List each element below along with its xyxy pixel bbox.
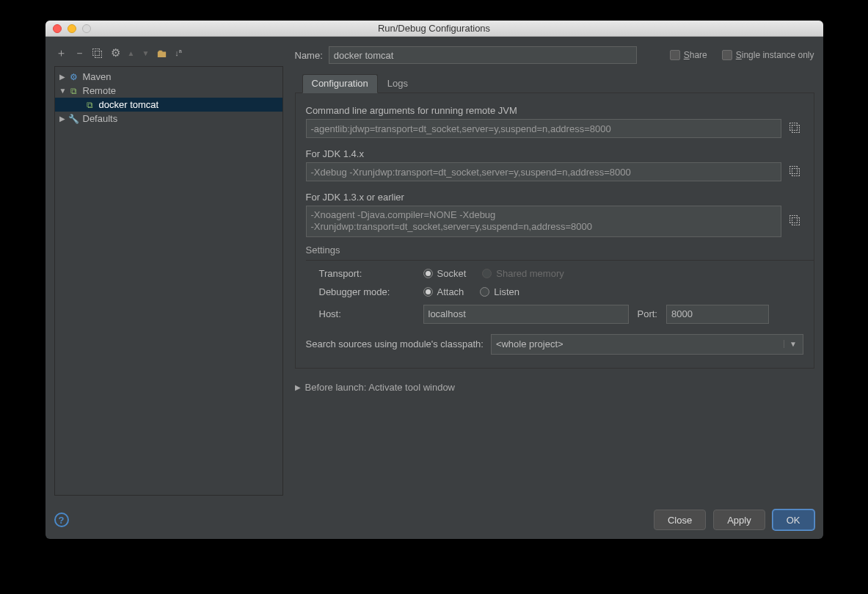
radio-icon — [423, 287, 433, 297]
radio-label: Listen — [494, 286, 519, 297]
debugger-mode-radios: Attach Listen — [423, 286, 803, 297]
move-down-button[interactable]: ▼ — [142, 49, 149, 57]
copy-config-button[interactable]: ⿻ — [92, 47, 103, 59]
port-label: Port: — [638, 308, 657, 319]
remote-config-icon: ⧉ — [84, 100, 96, 110]
sort-button[interactable]: ↓ª — [175, 48, 182, 57]
copy-icon[interactable]: ⿻ — [787, 120, 803, 137]
tree-node-defaults[interactable]: ▶ 🔧 Defaults — [55, 112, 282, 126]
transport-socket-radio[interactable]: Socket — [423, 268, 467, 279]
name-row: Name: Share Single instance only — [295, 44, 814, 66]
host-label: Host: — [319, 308, 415, 319]
chevron-down-icon: ▼ — [784, 340, 798, 348]
separator — [306, 260, 814, 261]
debugger-mode-label: Debugger mode: — [319, 286, 415, 297]
tree-label: Remote — [83, 85, 117, 96]
tree-label: Defaults — [83, 113, 118, 124]
add-config-button[interactable]: ＋ — [56, 46, 67, 60]
move-up-button[interactable]: ▲ — [128, 49, 135, 57]
jdk13-label: For JDK 1.3.x or earlier — [306, 192, 803, 203]
checkbox-icon — [722, 50, 732, 60]
main-columns: ＋ － ⿻ ⚙ ▲ ▼ 🖿 ↓ª ▶ ⚙ Maven ▼ — [54, 44, 814, 496]
tree-label: Maven — [83, 71, 112, 82]
close-button[interactable]: Close — [654, 510, 706, 530]
apply-button[interactable]: Apply — [713, 510, 765, 530]
minimize-window-icon[interactable] — [68, 24, 76, 33]
right-column: Name: Share Single instance only Configu… — [295, 44, 814, 393]
ok-button[interactable]: OK — [773, 510, 814, 530]
config-tree[interactable]: ▶ ⚙ Maven ▼ ⧉ Remote ⧉ docker tomcat ▶ — [54, 66, 283, 496]
titlebar: Run/Debug Configurations — [45, 21, 823, 37]
port-input[interactable] — [666, 305, 769, 324]
jdk13-line1: -Xnoagent -Djava.compiler=NONE -Xdebug — [311, 209, 496, 221]
host-input[interactable] — [423, 305, 629, 324]
copy-icon[interactable]: ⿻ — [787, 164, 803, 180]
debugger-listen-radio[interactable]: Listen — [480, 286, 519, 297]
chevron-right-icon: ▶ — [295, 383, 301, 391]
transport-shared-radio: Shared memory — [482, 268, 564, 279]
wrench-icon: 🔧 — [68, 114, 80, 124]
run-debug-configurations-window: Run/Debug Configurations ＋ － ⿻ ⚙ ▲ ▼ 🖿 ↓… — [45, 21, 823, 539]
tree-node-remote[interactable]: ▼ ⧉ Remote — [55, 84, 282, 98]
tab-configuration[interactable]: Configuration — [302, 74, 378, 93]
help-icon[interactable]: ? — [54, 512, 69, 527]
tree-node-docker-tomcat[interactable]: ⧉ docker tomcat — [55, 98, 282, 112]
radio-label: Shared memory — [496, 268, 564, 279]
share-label: Share — [684, 50, 707, 60]
window-controls — [45, 24, 91, 33]
classpath-label: Search sources using module's classpath: — [306, 338, 484, 349]
radio-icon — [423, 269, 433, 278]
before-launch-label: Before launch: Activate tool window — [305, 382, 456, 393]
remove-config-button[interactable]: － — [74, 46, 85, 60]
tree-label: docker tomcat — [99, 99, 159, 110]
chevron-down-icon: ▼ — [59, 87, 67, 95]
jdk13-field[interactable]: -Xnoagent -Djava.compiler=NONE -Xdebug -… — [306, 206, 781, 237]
debugger-attach-radio[interactable]: Attach — [423, 286, 464, 297]
classpath-value: <whole project> — [496, 338, 564, 349]
radio-icon — [480, 287, 489, 297]
dialog-body: ＋ － ⿻ ⚙ ▲ ▼ 🖿 ↓ª ▶ ⚙ Maven ▼ — [45, 37, 823, 539]
config-list-toolbar: ＋ － ⿻ ⚙ ▲ ▼ 🖿 ↓ª — [54, 44, 283, 62]
jdk13-line2: -Xrunjdwp:transport=dt_socket,server=y,s… — [311, 221, 593, 233]
classpath-select[interactable]: <whole project> ▼ — [491, 334, 803, 355]
tabs: Configuration Logs — [295, 73, 814, 93]
before-launch-section[interactable]: ▶ Before launch: Activate tool window — [295, 382, 814, 393]
edit-defaults-button[interactable]: ⚙ — [111, 46, 120, 59]
zoom-window-icon[interactable] — [82, 24, 91, 33]
dialog-footer: ? Close Apply OK — [54, 502, 814, 530]
settings-grid: Transport: Socket Shared memory Deb — [306, 268, 803, 324]
cmd-args-field[interactable]: -agentlib:jdwp=transport=dt_socket,serve… — [306, 119, 781, 138]
remote-icon: ⧉ — [68, 86, 80, 96]
cmd-args-label: Command line arguments for running remot… — [306, 105, 803, 116]
share-checkbox[interactable]: Share — [670, 50, 707, 60]
checkbox-icon — [670, 50, 680, 60]
classpath-row: Search sources using module's classpath:… — [306, 334, 803, 355]
jdk14-label: For JDK 1.4.x — [306, 148, 803, 159]
folder-button[interactable]: 🖿 — [156, 47, 167, 59]
copy-icon[interactable]: ⿻ — [787, 213, 803, 229]
radio-icon — [482, 269, 492, 278]
single-instance-checkbox[interactable]: Single instance only — [722, 50, 814, 60]
host-port-row: Port: — [423, 305, 803, 324]
settings-label: Settings — [306, 245, 803, 256]
tab-logs[interactable]: Logs — [378, 74, 417, 93]
chevron-right-icon: ▶ — [59, 115, 67, 123]
radio-label: Attach — [437, 286, 464, 297]
close-window-icon[interactable] — [53, 24, 62, 33]
window-title: Run/Debug Configurations — [45, 23, 823, 34]
name-input[interactable] — [329, 46, 637, 64]
tree-node-maven[interactable]: ▶ ⚙ Maven — [55, 70, 282, 84]
configuration-panel: Command line arguments for running remot… — [295, 93, 814, 369]
transport-label: Transport: — [319, 268, 415, 279]
transport-radios: Socket Shared memory — [423, 268, 803, 279]
radio-label: Socket — [437, 268, 467, 279]
jdk14-field[interactable]: -Xdebug -Xrunjdwp:transport=dt_socket,se… — [306, 162, 781, 181]
left-column: ＋ － ⿻ ⚙ ▲ ▼ 🖿 ↓ª ▶ ⚙ Maven ▼ — [54, 44, 283, 496]
chevron-right-icon: ▶ — [59, 73, 67, 81]
name-label: Name: — [295, 50, 323, 61]
maven-icon: ⚙ — [68, 72, 80, 82]
single-instance-label: Single instance only — [736, 50, 814, 60]
